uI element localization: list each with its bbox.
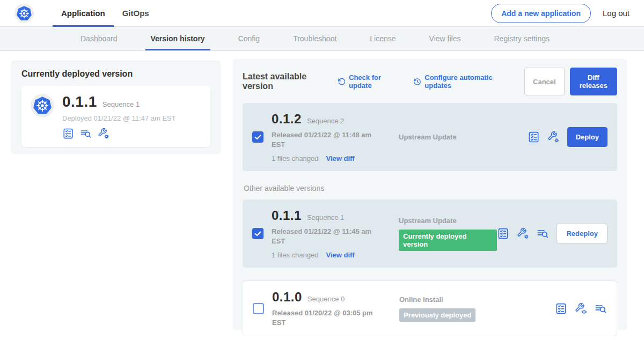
- clock-refresh-icon: [413, 77, 421, 86]
- tab-gitops-label: GitOps: [122, 9, 149, 18]
- app-subnav: Dashboard Version history Config Trouble…: [0, 27, 644, 51]
- tab-application[interactable]: Application: [53, 0, 114, 27]
- version-card-0-1-2: 0.1.2 Sequence 2 Released 01/21/22 @ 11:…: [243, 103, 617, 171]
- active-subnav-underline: [145, 49, 210, 50]
- deployed-version-number: 0.1.1: [62, 93, 97, 110]
- deploy-logs-icon[interactable]: [80, 128, 92, 139]
- subnav-license[interactable]: License: [364, 27, 401, 50]
- version-0-1-0-checkbox[interactable]: [253, 303, 264, 314]
- refresh-icon: [338, 77, 346, 86]
- subnav-troubleshoot[interactable]: Troubleshoot: [288, 27, 342, 50]
- preflight-checks-icon[interactable]: [62, 128, 74, 139]
- view-diff-link[interactable]: View diff: [326, 154, 354, 162]
- subnav-version-history[interactable]: Version history: [145, 27, 210, 50]
- logout-button[interactable]: Log out: [603, 9, 630, 18]
- check-for-update-label: Check for update: [349, 73, 399, 90]
- version-source-col: Upstream Update Currently deployed versi…: [382, 217, 497, 251]
- deployed-timestamp: Deployed 01/21/22 @ 11:47 am EST: [62, 114, 176, 122]
- version-source-col: Upstream Update: [382, 133, 528, 141]
- currently-deployed-title: Currently deployed version: [21, 69, 210, 79]
- preflight-checks-icon[interactable]: [528, 131, 540, 143]
- available-versions-header: Latest available version Check for updat…: [243, 68, 617, 95]
- subnav-config[interactable]: Config: [233, 27, 265, 50]
- edit-config-icon[interactable]: [98, 128, 109, 139]
- other-available-versions-label: Other available versions: [244, 184, 617, 193]
- subnav-view-files[interactable]: View files: [424, 27, 466, 50]
- deploy-logs-icon[interactable]: [595, 302, 607, 315]
- kubernetes-logo-icon: [14, 3, 34, 24]
- top-nav-tabs: Application GitOps: [53, 0, 158, 27]
- previously-deployed-badge: Previously deployed: [399, 308, 475, 322]
- version-0-1-1-checkbox[interactable]: [252, 228, 264, 239]
- tab-gitops[interactable]: GitOps: [114, 0, 158, 27]
- view-config-icon[interactable]: [575, 302, 587, 315]
- version-info: 0.1.1 Sequence 1 Released 01/21/22 @ 11:…: [272, 208, 382, 259]
- version-info: 0.1.2 Sequence 2 Released 01/21/22 @ 11:…: [272, 112, 382, 162]
- version-number: 0.1.2: [272, 112, 302, 127]
- released-timestamp: Released 01/21/22 @ 11:48 am EST: [272, 130, 379, 149]
- header-right-group: Add a new application Log out: [491, 4, 644, 23]
- version-source-label: Upstream Update: [399, 133, 528, 141]
- subnav-version-history-label: Version history: [151, 34, 205, 43]
- app-logo-icon: [30, 93, 55, 118]
- version-number: 0.1.0: [272, 290, 302, 305]
- files-changed-label: 1 files changed: [272, 154, 318, 162]
- edit-config-icon[interactable]: [547, 131, 560, 143]
- version-source-col: Online Install Previously deployed: [382, 295, 555, 322]
- version-info: 0.1.0 Sequence 0 Released 01/20/22 @ 03:…: [272, 290, 382, 327]
- subnav-registry-settings[interactable]: Registry settings: [488, 27, 554, 50]
- version-card-0-1-1: 0.1.1 Sequence 1 Released 01/21/22 @ 11:…: [243, 199, 617, 268]
- released-timestamp: Released 01/21/22 @ 11:45 am EST: [272, 227, 379, 246]
- cancel-button[interactable]: Cancel: [524, 68, 565, 95]
- preflight-checks-icon[interactable]: [555, 302, 567, 315]
- subnav-dashboard[interactable]: Dashboard: [75, 27, 123, 50]
- view-diff-link[interactable]: View diff: [326, 251, 354, 259]
- latest-available-title: Latest available version: [243, 72, 329, 91]
- add-application-button[interactable]: Add a new application: [491, 4, 591, 23]
- deployed-version-card: 0.1.1 Sequence 1 Deployed 01/21/22 @ 11:…: [21, 86, 210, 147]
- version-0-1-2-checkbox[interactable]: [252, 131, 264, 143]
- released-timestamp: Released 01/20/22 @ 03:05 pm EST: [272, 308, 379, 327]
- deploy-button[interactable]: Deploy: [567, 127, 608, 147]
- files-changed-label: 1 files changed: [272, 251, 318, 259]
- check-for-update-link[interactable]: Check for update: [338, 73, 399, 90]
- version-source-label: Upstream Update: [399, 217, 497, 225]
- diff-releases-button[interactable]: Diff releases: [570, 68, 617, 95]
- tab-application-label: Application: [61, 9, 105, 18]
- deployed-sequence-label: Sequence 1: [103, 100, 140, 108]
- edit-config-icon[interactable]: [517, 227, 529, 240]
- deploy-logs-icon[interactable]: [537, 227, 549, 240]
- top-nav-bar: Application GitOps Add a new application…: [0, 0, 644, 27]
- currently-deployed-badge: Currently deployed version: [399, 230, 497, 251]
- configure-automatic-updates-link[interactable]: Configure automatic updates: [413, 73, 510, 90]
- currently-deployed-panel: Currently deployed version 0.1.1 Sequenc…: [11, 61, 221, 154]
- version-number: 0.1.1: [272, 208, 302, 223]
- redeploy-button[interactable]: Redeploy: [557, 224, 608, 243]
- version-card-0-1-0: 0.1.0 Sequence 0 Released 01/20/22 @ 03:…: [243, 280, 617, 336]
- available-versions-panel: Latest available version Check for updat…: [233, 59, 627, 330]
- sequence-label: Sequence 0: [308, 295, 345, 303]
- sequence-label: Sequence 2: [307, 117, 344, 125]
- configure-automatic-updates-label: Configure automatic updates: [425, 73, 510, 90]
- version-source-label: Online Install: [399, 295, 555, 304]
- preflight-checks-icon[interactable]: [497, 227, 509, 240]
- deployed-version-info: 0.1.1 Sequence 1 Deployed 01/21/22 @ 11:…: [62, 93, 176, 139]
- sequence-label: Sequence 1: [307, 213, 344, 221]
